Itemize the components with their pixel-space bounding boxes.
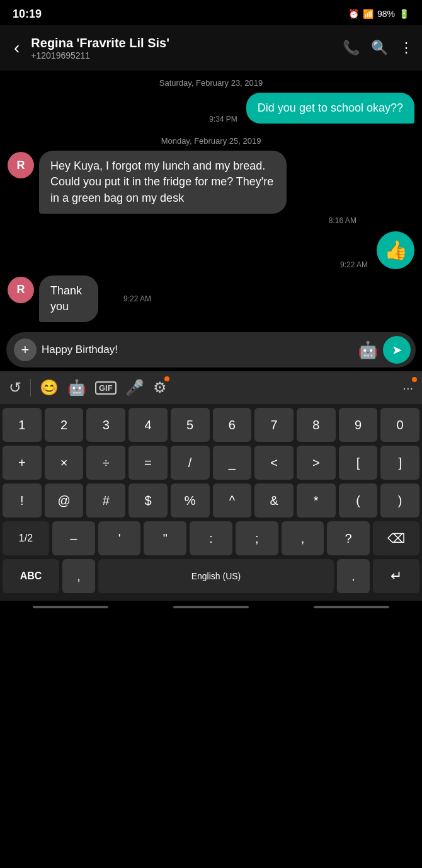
search-icon[interactable]: 🔍 — [371, 40, 388, 56]
key-6[interactable]: 6 — [213, 408, 252, 442]
battery-icon: 🔋 — [399, 9, 409, 19]
bubble-recv-4: Thank you — [39, 275, 98, 322]
bubble-sent-1: Did you get to school okay?? — [246, 93, 414, 124]
key-abc[interactable]: ABC — [3, 559, 59, 593]
key-plus[interactable]: + — [3, 446, 42, 480]
key-9[interactable]: 9 — [339, 408, 378, 442]
add-attachment-button[interactable]: + — [14, 339, 37, 361]
key-equals[interactable]: = — [128, 446, 168, 480]
key-divide[interactable]: ÷ — [86, 446, 125, 480]
keyboard-misc-row: 1/2 – ' " : ; , ? ⌫ — [3, 521, 419, 555]
key-percent[interactable]: % — [171, 483, 210, 518]
key-lt[interactable]: < — [254, 446, 294, 480]
rotate-icon[interactable]: ↺ — [9, 379, 21, 396]
alarm-icon: ⏰ — [348, 9, 359, 19]
status-time: 10:19 — [13, 8, 42, 21]
call-icon[interactable]: 📞 — [343, 40, 360, 56]
toolbar-divider — [30, 379, 31, 396]
key-question[interactable]: ? — [327, 521, 370, 555]
keyboard-number-row: 1 2 3 4 5 6 7 8 9 0 — [3, 408, 419, 442]
sticker-toolbar-icon[interactable]: 🤖 — [67, 379, 86, 396]
chat-header: ‹ Regina 'Fravrite Lil Sis' +12019695211… — [0, 25, 422, 71]
msg4-time: 9:22 AM — [123, 294, 151, 303]
send-arrow-icon: ➤ — [392, 342, 402, 357]
key-apostrophe[interactable]: ' — [98, 521, 141, 555]
thumbs-up-emoji: 👍 — [384, 239, 408, 261]
msg1-time: 9:34 PM — [209, 115, 237, 124]
key-12[interactable]: 1/2 — [3, 521, 49, 555]
key-rbracket[interactable]: ] — [380, 446, 419, 480]
nav-indicator-3 — [314, 606, 389, 608]
key-7[interactable]: 7 — [254, 408, 294, 442]
msg2-time: 8:16 AM — [329, 216, 356, 225]
message-input[interactable] — [42, 344, 353, 356]
key-dash[interactable]: – — [52, 521, 95, 555]
msg3-time: 9:22 AM — [340, 260, 368, 269]
key-0[interactable]: 0 — [380, 408, 419, 442]
key-colon[interactable]: : — [190, 521, 232, 555]
contact-phone: +12019695211 — [31, 50, 336, 61]
key-lparen[interactable]: ( — [339, 483, 378, 518]
backspace-key[interactable]: ⌫ — [373, 521, 419, 555]
wifi-icon: 📶 — [363, 9, 374, 19]
key-underscore[interactable]: _ — [213, 446, 252, 480]
key-1[interactable]: 1 — [3, 408, 42, 442]
status-bar: 10:19 ⏰ 📶 98% 🔋 — [0, 0, 422, 25]
key-comma[interactable]: , — [62, 559, 95, 593]
key-quote[interactable]: " — [144, 521, 186, 555]
key-dollar[interactable]: $ — [128, 483, 168, 518]
key-enter[interactable]: ↵ — [373, 559, 419, 593]
key-4[interactable]: 4 — [128, 408, 168, 442]
key-comma2[interactable]: , — [282, 521, 324, 555]
key-caret[interactable]: ^ — [213, 483, 252, 518]
header-action-icons: 📞 🔍 ⋮ — [343, 40, 413, 56]
date-separator-2: Monday, February 25, 2019 — [8, 129, 414, 151]
navigation-bar — [0, 601, 422, 616]
date-separator-1: Saturday, February 23, 2019 — [8, 71, 414, 93]
key-2[interactable]: 2 — [45, 408, 84, 442]
key-8[interactable]: 8 — [297, 408, 336, 442]
avatar-r: R — [8, 152, 34, 178]
nav-indicator — [33, 606, 108, 608]
contact-name: Regina 'Fravrite Lil Sis' — [31, 36, 336, 50]
plus-icon: + — [21, 342, 30, 358]
key-hash[interactable]: # — [86, 483, 125, 518]
smiley-icon[interactable]: 😊 — [40, 379, 59, 396]
key-gt[interactable]: > — [297, 446, 336, 480]
sent-message-1: 9:34 PM Did you get to school okay?? — [8, 93, 414, 124]
key-multiply[interactable]: × — [45, 446, 84, 480]
send-button[interactable]: ➤ — [383, 336, 411, 364]
nav-indicator-2 — [173, 606, 249, 608]
key-space[interactable]: English (US) — [98, 559, 334, 593]
bubble-emoji-3: 👍 — [377, 231, 414, 269]
key-5[interactable]: 5 — [171, 408, 210, 442]
input-bar: + 🤖 ➤ — [6, 332, 416, 367]
keyboard: 1 2 3 4 5 6 7 8 9 0 + × ÷ = / _ < > [ ] … — [0, 404, 422, 601]
key-lbracket[interactable]: [ — [339, 446, 378, 480]
key-amp[interactable]: & — [254, 483, 294, 518]
key-period[interactable]: . — [337, 559, 370, 593]
more-icon[interactable]: ··· — [402, 381, 413, 395]
received-message-4: R Thank you 9:22 AM — [8, 275, 414, 322]
key-slash[interactable]: / — [171, 446, 210, 480]
key-rparen[interactable]: ) — [380, 483, 419, 518]
chat-area: Saturday, February 23, 2019 9:34 PM Did … — [0, 71, 422, 322]
battery-percentage: 98% — [377, 9, 395, 19]
bubble-recv-2: Hey Kuya, I forgot my lunch and my bread… — [39, 151, 287, 214]
sent-message-3: 9:22 AM 👍 — [8, 231, 414, 269]
sticker-icon[interactable]: 🤖 — [358, 340, 378, 360]
key-star[interactable]: * — [297, 483, 336, 518]
keyboard-symbol-row2: ! @ # $ % ^ & * ( ) — [3, 483, 419, 518]
gif-button[interactable]: GIF — [95, 381, 117, 395]
back-button[interactable]: ‹ — [9, 35, 25, 61]
key-exclaim[interactable]: ! — [3, 483, 42, 518]
more-options-icon[interactable]: ⋮ — [399, 40, 413, 56]
settings-icon[interactable]: ⚙ — [153, 379, 167, 396]
key-at[interactable]: @ — [45, 483, 84, 518]
mic-icon[interactable]: 🎤 — [125, 379, 144, 396]
key-3[interactable]: 3 — [86, 408, 125, 442]
received-message-2: R Hey Kuya, I forgot my lunch and my bre… — [8, 151, 414, 225]
keyboard-bottom-row: ABC , English (US) . ↵ — [3, 559, 419, 593]
contact-info: Regina 'Fravrite Lil Sis' +12019695211 — [31, 36, 336, 61]
key-semicolon[interactable]: ; — [236, 521, 278, 555]
